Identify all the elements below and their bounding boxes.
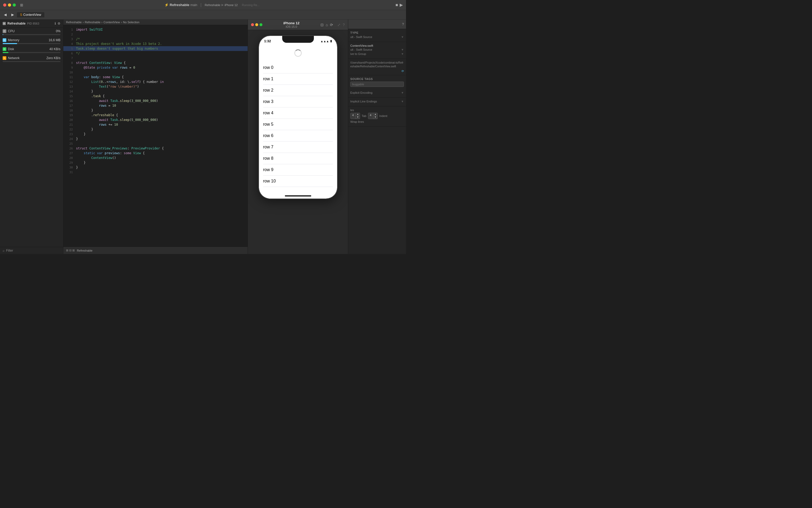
preview-maximize[interactable] [260,23,262,26]
maximize-button[interactable] [13,3,16,7]
traffic-lights [3,3,16,7]
code-line: 13 Text("row \(number)") [63,84,247,89]
minimize-button[interactable] [8,3,11,7]
network-metric[interactable]: N Network Zero KB/s [0,55,63,64]
rotate-icon[interactable]: ⟳ [330,23,333,27]
disk-metric[interactable]: D Disk 40 KB/s [0,46,63,55]
group-dropdown-arrow[interactable]: ▼ [401,52,404,55]
sidebar-toggle-icon[interactable]: ⊞ [20,3,23,7]
breadcrumb-part-1: Refreshable [66,20,82,24]
preview-minimize[interactable] [255,23,258,26]
nav-back-button[interactable]: ◀ [2,12,8,18]
list-item: row 8 [259,153,337,164]
location-dropdown-arrow[interactable]: ▼ [401,48,404,51]
filter-label[interactable]: Filter [6,249,13,252]
list-item: row 2 [259,85,337,96]
list-item: row 6 [259,130,337,141]
filepath-section: /Users/kamil/Projects/Xcode/combinat-ts/… [348,59,406,75]
code-line: 21 rows += 10 [63,122,247,127]
indent-stepper-up[interactable]: ▲ [373,113,377,116]
cpu-bar-container [3,34,60,35]
breadcrumb-part-4: No Selection [123,20,139,24]
encoding-label: Explicit Encoding [350,91,372,94]
indent-stepper-buttons: ▲ ▼ [373,113,377,119]
help-icon[interactable]: ? [343,23,345,27]
code-line: 4 This project doesn't work in Xcode 13 … [63,41,247,46]
list-item: row 4 [259,108,337,119]
home-indicator [285,196,311,197]
statusbar-right: ▲▲▲ ▮ [320,39,332,43]
app-subtitle: main [190,3,197,7]
nav-forward-button[interactable]: ▶ [9,12,16,18]
network-value: Zero KB/s [46,56,60,60]
breadcrumb-sep-2: › [101,20,102,24]
filename: ContentView.swift [350,44,404,47]
bottom-bar-icons[interactable]: ⊞ ⊟ ⊠ [66,249,75,252]
main-layout: R Refreshable PID 8563 ℹ ⚙ C CPU 0% [0,19,406,254]
breadcrumb-sep-1: › [83,20,84,24]
encoding-dropdown-arrow[interactable]: ▼ [401,91,404,94]
process-name: Refreshable [7,22,26,25]
code-line: 22 } [63,127,247,132]
code-line: 2 [63,32,247,37]
memory-metric[interactable]: M Memory 16,6 MB [0,37,63,46]
stop-button[interactable]: ■ [396,3,398,7]
code-line: 26 struct ContentView_Previews: PreviewP… [63,146,247,151]
memory-icon: M [3,38,6,42]
code-line: 30 } [63,165,247,170]
indent-stepper[interactable]: 4 ▲ ▼ [368,113,378,119]
source-tags-section: Source Tags [348,75,406,89]
encoding-section: Explicit Encoding ▼ [348,89,406,98]
code-content[interactable]: 1 import SwiftUI 2 3 /* 4 This project d… [63,25,247,247]
line-endings-row: Implicit Line Endings ▼ [350,100,404,103]
chevron-icon[interactable]: ▼ [401,35,404,39]
list-item: row 7 [259,141,337,153]
inspector-help-icon[interactable]: ? [402,23,404,26]
line-endings-dropdown-arrow[interactable]: ▼ [401,100,404,103]
breadcrumb-sep-3: › [121,20,122,24]
cpu-icon: C [3,29,6,33]
cpu-metric[interactable]: C CPU 0% [0,28,63,37]
code-line: 24 } [63,136,247,141]
indent-stepper-down[interactable]: ▼ [373,116,377,119]
code-line: 14 } [63,89,247,94]
screenshot-icon[interactable]: ⊡ [320,23,324,27]
source-tags-input[interactable] [350,82,404,87]
code-line: 15 .task { [63,94,247,98]
preview-traffic-lights [251,23,262,26]
list-item: row 1 [259,73,337,84]
home-icon[interactable]: ⌂ [326,23,328,27]
list-item: row 5 [259,119,337,130]
filepath-action-icon[interactable]: ⟳ [402,70,404,73]
disk-icon: D [3,47,6,51]
cpu-bar [3,34,3,35]
device-info: iPhone 12 iOS 15.0 [265,21,318,28]
code-line: 25 [63,141,247,146]
group-row: ive to Group ▼ [350,52,404,55]
code-line: 17 rows = 10 [63,103,247,108]
preview-toolbar-icons: ⊡ ⌂ ⟳ ⤢ ? [320,23,345,27]
close-button[interactable] [3,3,6,7]
code-line: 29 } [63,160,247,165]
indent-main-row: les [350,109,404,112]
content-view-tab[interactable]: S ContentView [17,12,44,17]
code-line: 10 [63,70,247,75]
run-button[interactable]: ▶ [400,2,403,7]
info-icon[interactable]: ℹ [55,22,56,25]
list-item: row 11 [259,187,337,189]
source-tags-label: Source Tags [350,77,404,81]
cpu-value: 0% [56,29,60,33]
stepper-down[interactable]: ▼ [356,116,360,119]
preview-close[interactable] [251,23,254,26]
location-row: ult - Swift Source ▼ [350,48,404,51]
tab-stepper[interactable]: 4 ▲ ▼ [350,113,360,119]
code-line: 31 [63,170,247,174]
memory-bar [3,43,17,44]
list-container[interactable]: row 0 row 1 row 2 row 3 row 4 row 5 row … [259,62,337,189]
type-row: ult - Swift Source ▼ [350,35,404,39]
settings-icon[interactable]: ⚙ [57,22,60,25]
cpu-label: CPU [8,29,14,33]
activity-indicator [294,49,302,57]
expand-icon[interactable]: ⤢ [337,23,341,27]
stepper-up[interactable]: ▲ [356,113,360,116]
